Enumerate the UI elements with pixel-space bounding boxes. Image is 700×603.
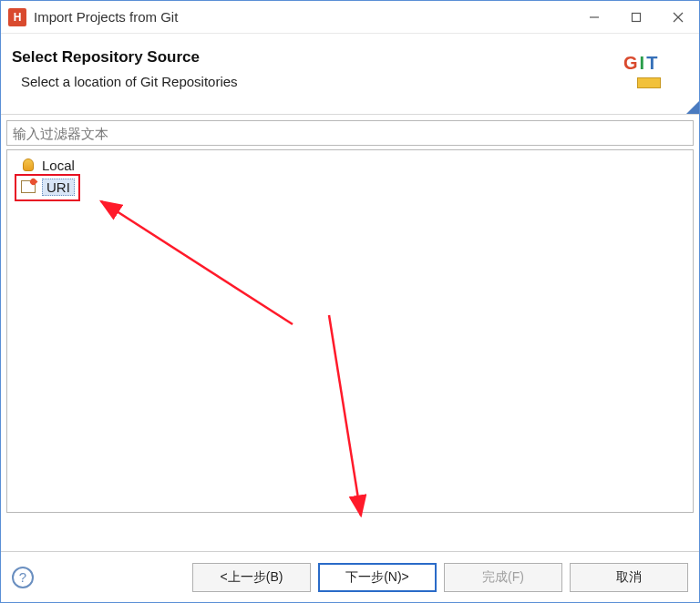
finish-button[interactable]: 完成(F) bbox=[444, 563, 562, 592]
maximize-button[interactable] bbox=[615, 1, 657, 33]
wizard-header: Select Repository Source Select a locati… bbox=[1, 34, 699, 115]
minimize-icon bbox=[589, 12, 600, 23]
git-chip-icon bbox=[637, 77, 661, 88]
resize-corner-icon bbox=[686, 101, 699, 114]
back-button[interactable]: <上一步(B) bbox=[192, 563, 311, 592]
cancel-button[interactable]: 取消 bbox=[570, 563, 688, 592]
spacer bbox=[6, 513, 694, 546]
maximize-icon bbox=[631, 12, 642, 23]
repository-source-list[interactable]: Local URI bbox=[6, 149, 694, 513]
list-item-label: Local bbox=[42, 158, 75, 173]
git-logo-i: I bbox=[640, 53, 647, 73]
svg-rect-1 bbox=[633, 13, 641, 21]
list-item-local[interactable]: Local bbox=[7, 154, 693, 176]
titlebar[interactable]: H Import Projects from Git bbox=[1, 1, 699, 34]
page-title: Select Repository Source bbox=[12, 48, 617, 66]
content-area: Local URI bbox=[1, 115, 699, 551]
close-button[interactable] bbox=[657, 1, 699, 33]
help-button[interactable]: ? bbox=[12, 567, 34, 588]
help-icon: ? bbox=[19, 569, 26, 585]
button-bar: ? <上一步(B) 下一步(N)> 完成(F) 取消 bbox=[1, 551, 699, 602]
edit-uri-icon bbox=[20, 179, 36, 195]
dialog-window: H Import Projects from Git Select Reposi… bbox=[0, 0, 700, 603]
minimize-button[interactable] bbox=[573, 1, 615, 33]
filter-input[interactable] bbox=[6, 120, 694, 146]
window-title: Import Projects from Git bbox=[34, 9, 573, 25]
git-logo: GIT bbox=[617, 48, 681, 103]
next-button[interactable]: 下一步(N)> bbox=[318, 563, 437, 592]
app-icon: H bbox=[8, 8, 26, 26]
close-icon bbox=[673, 12, 684, 23]
git-logo-g: G bbox=[623, 53, 640, 73]
window-controls bbox=[573, 1, 699, 33]
database-icon bbox=[20, 157, 36, 173]
git-logo-t: T bbox=[646, 53, 659, 73]
list-item-uri[interactable]: URI bbox=[7, 176, 693, 198]
list-item-label: URI bbox=[42, 179, 75, 196]
page-subtitle: Select a location of Git Repositories bbox=[21, 74, 617, 89]
